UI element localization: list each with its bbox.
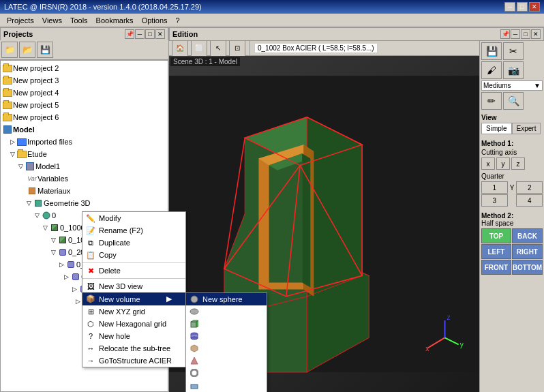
tab-expert[interactable]: Expert	[512, 123, 541, 134]
panel-min-btn[interactable]: ─	[135, 29, 145, 39]
quarter-1-btn[interactable]: 1	[481, 181, 508, 194]
submenu-arrow: ▶	[161, 295, 172, 303]
hs-right-btn[interactable]: RIGHT	[512, 244, 543, 259]
ellipsoid-icon	[189, 306, 200, 317]
ctx-relocate[interactable]: ↔ Relocate the sub-tree	[82, 342, 185, 355]
ctx-rename[interactable]: 📝 Rename (F2)	[82, 224, 185, 237]
tree-item-project6[interactable]: New project 6	[2, 111, 166, 123]
project-icon	[2, 63, 13, 74]
ctx-new-hole[interactable]: ? New hole	[82, 330, 185, 342]
extra-btn2[interactable]: 🔍	[503, 92, 524, 110]
tree-item-model[interactable]: Model	[2, 123, 166, 136]
ctx-duplicate[interactable]: ⧉ Duplicate	[82, 237, 185, 249]
tree-item-project3[interactable]: New project 3	[2, 74, 166, 87]
hs-front-btn[interactable]: FRONT	[481, 260, 511, 275]
scene-settings-btn[interactable]: ✂	[503, 42, 524, 60]
materiaux-label: Materiaux	[37, 187, 70, 195]
edition-controls: 📌 ─ □ ✕	[500, 29, 541, 39]
box-view-btn[interactable]: ⬜	[191, 41, 207, 57]
sub-new-cylinder[interactable]: New cylinder	[186, 330, 267, 342]
edition-pin-btn[interactable]: 📌	[500, 29, 510, 39]
sub-new-cone[interactable]: New cone	[186, 355, 267, 367]
geo0-label: 0	[52, 211, 56, 220]
sub-new-halfspace[interactable]: New halfspace	[186, 379, 267, 391]
sub-new-box[interactable]: New box	[186, 318, 267, 330]
ctx-new-hex-grid[interactable]: ⬡ New Hexagonal grid	[82, 318, 185, 330]
tree-item-model1[interactable]: ▽ Model1	[2, 160, 166, 172]
hs-top-btn[interactable]: TOP	[481, 228, 511, 243]
svg-marker-10	[191, 357, 198, 364]
sub-new-sphere[interactable]: New sphere	[186, 293, 267, 305]
open-btn[interactable]: 📂	[19, 42, 35, 58]
axis-y-btn[interactable]: y	[496, 157, 510, 170]
camera-btn[interactable]: 📷	[503, 61, 524, 79]
geo-icon	[33, 198, 44, 209]
menu-projects[interactable]: Projects	[3, 15, 38, 26]
close-btn[interactable]: ✕	[529, 2, 540, 12]
panel-pin-btn[interactable]: 📌	[125, 29, 134, 39]
panel-max-btn[interactable]: □	[145, 29, 155, 39]
tree-item-geo3d[interactable]: ▽ Geometrie 3D	[2, 197, 166, 209]
hex-grid-icon: ⬡	[85, 318, 96, 329]
project2-label: New project 2	[13, 64, 59, 72]
maximize-btn[interactable]: □	[517, 2, 528, 12]
sub-new-hexagone[interactable]: New hexagone	[186, 342, 267, 355]
tree-item-project5[interactable]: New project 5	[2, 99, 166, 111]
mediums-dropdown[interactable]: Mediums ▼	[481, 80, 543, 91]
ctx-new-xyz-grid[interactable]: ⊞ New XYZ grid	[82, 305, 185, 318]
panel-close-btn[interactable]: ✕	[155, 29, 165, 39]
modify-icon: ✏️	[85, 213, 96, 224]
sub-new-torus[interactable]: New torus	[186, 367, 267, 379]
ctx-goto[interactable]: → GoToStructure ACIER	[82, 355, 185, 367]
tree-item-etude[interactable]: ▽ Etude	[2, 148, 166, 160]
quarter-3-btn[interactable]: 3	[481, 194, 508, 207]
save-btn[interactable]: 💾	[37, 42, 53, 58]
paint-btn[interactable]: 🖌	[481, 61, 502, 79]
menu-bookmarks[interactable]: Bookmarks	[92, 15, 138, 26]
menu-options[interactable]: Options	[138, 15, 172, 26]
svg-marker-5	[196, 320, 198, 327]
cone-icon	[189, 355, 200, 366]
edition-max-btn[interactable]: □	[521, 29, 530, 39]
project6-label: New project 6	[13, 113, 59, 121]
quarter-4-btn[interactable]: 4	[516, 194, 543, 207]
tab-simple[interactable]: Simple	[481, 123, 512, 134]
sidebar-top-btns: 💾 ✂	[481, 42, 543, 60]
ctx-copy[interactable]: 📋 Copy	[82, 249, 185, 261]
mediums-label: Mediums	[483, 82, 511, 89]
edition-close-btn[interactable]: ✕	[531, 29, 541, 39]
home-btn[interactable]: 🏠	[172, 41, 188, 57]
axis-x-btn[interactable]: x	[481, 157, 495, 170]
select-btn[interactable]: ⊡	[229, 41, 245, 57]
menu-help[interactable]: ?	[172, 15, 184, 26]
tree-item-materiaux[interactable]: Materiaux	[2, 185, 166, 197]
tree-item-project2[interactable]: New project 2	[2, 62, 166, 74]
edition-min-btn[interactable]: ─	[511, 29, 520, 39]
hs-bottom-btn[interactable]: BOTTOM	[512, 260, 543, 275]
ctx-modify[interactable]: ✏️ Modify	[82, 212, 185, 224]
hs-back-btn[interactable]: BACK	[512, 228, 543, 243]
tree-item-imported[interactable]: ▷ Imported files	[2, 136, 166, 148]
hexagon-icon	[189, 343, 200, 354]
axis-z-btn[interactable]: z	[511, 157, 525, 170]
quarter-2-btn[interactable]: 2	[516, 181, 543, 194]
cursor-btn[interactable]: ↖	[210, 41, 226, 57]
relocate-icon: ↔	[85, 343, 96, 354]
sidebar-tool-btns: 🖌 📷	[481, 61, 543, 79]
method1-section: Method 1: Cutting axis x y z Quarter 1 Y…	[481, 140, 543, 207]
sub-new-ellipsoid[interactable]: New ellipsoid	[186, 305, 267, 318]
projects-panel-title: Projects 📌 ─ □ ✕	[0, 27, 168, 40]
new-project-btn[interactable]: 📁	[1, 42, 18, 58]
tree-item-project4[interactable]: New project 4	[2, 87, 166, 99]
ctx-new-volume[interactable]: 📦 New volume ▶ New sphere	[82, 292, 185, 305]
ctx-delete[interactable]: ✖ Delete	[82, 265, 185, 277]
save-scene-btn[interactable]: 💾	[481, 42, 502, 60]
minimize-btn[interactable]: ─	[504, 2, 515, 12]
menu-views[interactable]: Views	[38, 15, 66, 26]
tree-item-variables[interactable]: Var Variables	[2, 172, 166, 185]
view-tabs: Simple Expert	[481, 123, 543, 134]
menu-tools[interactable]: Tools	[66, 15, 92, 26]
extra-btn1[interactable]: ✏	[481, 92, 502, 110]
ctx-new3dview[interactable]: 🖼 New 3D view	[82, 280, 185, 292]
hs-left-btn[interactable]: LEFT	[481, 244, 511, 259]
